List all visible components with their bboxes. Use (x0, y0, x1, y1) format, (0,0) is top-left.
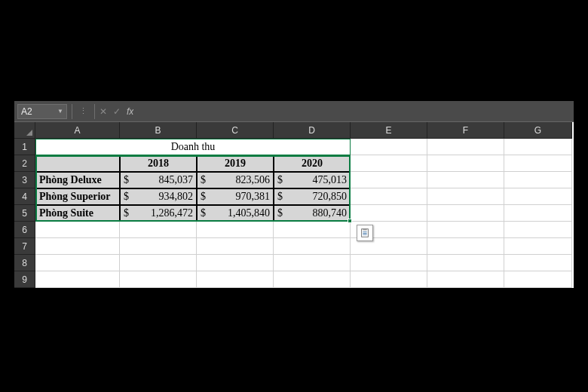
sheet-body: 1 2 3 4 5 6 7 8 9 Doanh thu 2018 2019 (14, 139, 574, 288)
cancel-button[interactable]: ✕ (96, 105, 110, 118)
col-header-F[interactable]: F (427, 122, 504, 139)
value: 880,740 (313, 207, 348, 219)
clipboard-icon (360, 228, 370, 238)
cancel-icon: ✕ (100, 106, 107, 117)
cell-A6[interactable] (35, 222, 120, 238)
value: 970,381 (236, 191, 271, 203)
row-header-3[interactable]: 3 (14, 172, 35, 188)
row-header-8[interactable]: 8 (14, 255, 35, 271)
paste-options-button[interactable] (357, 225, 373, 241)
cell-G6[interactable] (504, 222, 572, 238)
cell-C5[interactable]: $1,405,840 (197, 205, 274, 222)
cell-F2[interactable] (427, 155, 504, 172)
col-header-A[interactable]: A (35, 122, 120, 139)
name-box[interactable]: A2 ▼ (17, 104, 67, 119)
cell-E2[interactable] (351, 155, 427, 172)
cell-B6[interactable] (120, 222, 197, 238)
cell-C6[interactable] (197, 222, 274, 238)
row-header-4[interactable]: 4 (14, 188, 35, 205)
cell-D8[interactable] (274, 255, 351, 271)
col-header-E[interactable]: E (351, 122, 427, 139)
cell-D5[interactable]: $880,740 (274, 205, 351, 222)
cell-G2[interactable] (504, 155, 572, 172)
cell-G5[interactable] (504, 205, 572, 222)
cell-F3[interactable] (427, 172, 504, 188)
cell-G3[interactable] (504, 172, 572, 188)
row-header-1[interactable]: 1 (14, 139, 35, 155)
currency: $ (201, 174, 206, 186)
cell-A4[interactable]: Phòng Superior (35, 188, 120, 205)
cell-E3[interactable] (351, 172, 427, 188)
cell-D4[interactable]: $720,850 (274, 188, 351, 205)
cell-C9[interactable] (197, 271, 274, 288)
name-box-value: A2 (21, 106, 32, 117)
cell-B3[interactable]: $845,037 (120, 172, 197, 188)
svg-rect-4 (363, 234, 366, 235)
cell-C7[interactable] (197, 238, 274, 255)
row-header-7[interactable]: 7 (14, 238, 35, 255)
cell-D9[interactable] (274, 271, 351, 288)
cell-D6[interactable] (274, 222, 351, 238)
cell-B2[interactable]: 2018 (120, 155, 197, 172)
col-header-G[interactable]: G (504, 122, 572, 139)
value: 845,037 (159, 174, 194, 186)
cell-C3[interactable]: $823,506 (197, 172, 274, 188)
divider (72, 104, 72, 119)
cell-G8[interactable] (504, 255, 572, 271)
cell-D3[interactable]: $475,013 (274, 172, 351, 188)
cell-B5[interactable]: $1,286,472 (120, 205, 197, 222)
row-header-9[interactable]: 9 (14, 271, 35, 288)
row-header-5[interactable]: 5 (14, 205, 35, 222)
col-header-D[interactable]: D (274, 122, 351, 139)
cell-E5[interactable] (351, 205, 427, 222)
cell-D7[interactable] (274, 238, 351, 255)
cell-F7[interactable] (427, 238, 504, 255)
cell-G7[interactable] (504, 238, 572, 255)
cell-A3[interactable]: Phòng Deluxe (35, 172, 120, 188)
currency: $ (124, 207, 129, 219)
fx-label: fx (127, 106, 133, 117)
row-header-6[interactable]: 6 (14, 222, 35, 238)
cell-B7[interactable] (120, 238, 197, 255)
col-header-B[interactable]: B (120, 122, 197, 139)
cell-B4[interactable]: $934,802 (120, 188, 197, 205)
chevron-down-icon: ▼ (57, 108, 63, 115)
cell-E8[interactable] (351, 255, 427, 271)
cell-A9[interactable] (35, 271, 120, 288)
cell-G9[interactable] (504, 271, 572, 288)
select-all-corner[interactable] (14, 122, 35, 139)
formula-buttons: ⋮ (74, 106, 93, 116)
currency: $ (277, 207, 283, 219)
cell-C4[interactable]: $970,381 (197, 188, 274, 205)
cell-grid[interactable]: Doanh thu 2018 2019 2020 Phòng Deluxe $8… (35, 139, 574, 288)
cell-F5[interactable] (427, 205, 504, 222)
cell-G1[interactable] (504, 139, 572, 155)
formula-bar: A2 ▼ ⋮ ✕ ✓ fx (14, 101, 574, 122)
cell-F4[interactable] (427, 188, 504, 205)
cell-D2[interactable]: 2020 (274, 155, 351, 172)
cell-F1[interactable] (427, 139, 504, 155)
cell-F8[interactable] (427, 255, 504, 271)
col-header-C[interactable]: C (197, 122, 274, 139)
cell-A2[interactable] (35, 155, 120, 172)
cell-A1-title[interactable]: Doanh thu (35, 139, 351, 155)
formula-input[interactable] (133, 104, 574, 119)
row-header-2[interactable]: 2 (14, 155, 35, 172)
cell-F9[interactable] (427, 271, 504, 288)
cell-F6[interactable] (427, 222, 504, 238)
cell-C2[interactable]: 2019 (197, 155, 274, 172)
cell-A7[interactable] (35, 238, 120, 255)
row-headers: 1 2 3 4 5 6 7 8 9 (14, 139, 35, 288)
cell-B8[interactable] (120, 255, 197, 271)
cell-G4[interactable] (504, 188, 572, 205)
cell-E1[interactable] (351, 139, 427, 155)
cell-A8[interactable] (35, 255, 120, 271)
currency: $ (124, 174, 129, 186)
enter-button[interactable]: ✓ (110, 105, 124, 118)
currency: $ (201, 191, 206, 203)
cell-E4[interactable] (351, 188, 427, 205)
cell-A5[interactable]: Phòng Suite (35, 205, 120, 222)
cell-E9[interactable] (351, 271, 427, 288)
cell-B9[interactable] (120, 271, 197, 288)
cell-C8[interactable] (197, 255, 274, 271)
